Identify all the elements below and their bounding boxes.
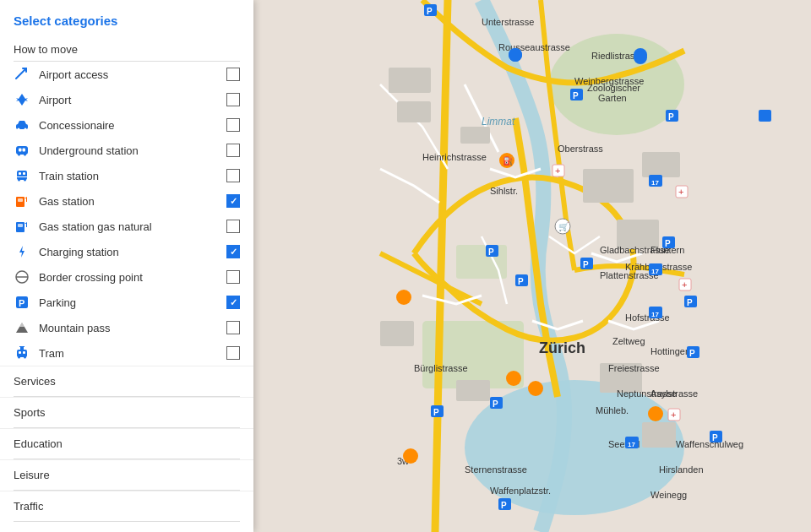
svg-text:P: P — [19, 298, 24, 308]
label-concessionaire: Concessionaire — [39, 119, 226, 132]
svg-point-113 — [18, 179, 20, 182]
label-train-station: Train station — [39, 170, 226, 182]
svg-point-102 — [509, 48, 522, 62]
checkbox-gas-station-natural[interactable] — [226, 220, 240, 233]
label-underground-station: Underground station — [39, 144, 226, 157]
category-item-charging-station[interactable]: Charging station — [0, 239, 253, 264]
svg-rect-12 — [642, 152, 680, 177]
icon-parking: P — [14, 294, 30, 311]
label-airport-access: Airport access — [39, 68, 226, 81]
svg-rect-110 — [19, 149, 22, 152]
svg-text:P: P — [518, 277, 524, 286]
label-airport: Airport — [39, 94, 226, 106]
collapsible-sections: ServicesSportsEducationLeisureTraffic — [0, 366, 253, 522]
label-border-crossing: Border crossing point — [39, 271, 226, 284]
svg-text:⛽: ⛽ — [503, 155, 514, 166]
category-item-train-station[interactable]: Train station — [0, 163, 253, 188]
category-item-tram[interactable]: Tram — [0, 340, 253, 366]
svg-text:Weinegg: Weinegg — [650, 490, 687, 500]
svg-text:Hottingen: Hottingen — [650, 346, 690, 356]
section-sports[interactable]: Sports — [0, 397, 253, 427]
svg-text:Zürich: Zürich — [539, 339, 585, 356]
svg-rect-7 — [389, 68, 431, 93]
checkbox-gas-station[interactable] — [226, 194, 240, 208]
checkbox-mountain-pass[interactable] — [226, 321, 240, 334]
svg-text:Waffenplatzstr.: Waffenplatzstr. — [490, 486, 551, 496]
svg-text:P: P — [501, 501, 507, 510]
section-services[interactable]: Services — [0, 366, 253, 396]
svg-rect-9 — [460, 127, 490, 144]
svg-text:Heinrichstrasse: Heinrichstrasse — [422, 152, 487, 162]
svg-text:P: P — [573, 91, 579, 100]
icon-gas — [14, 193, 30, 209]
category-item-parking[interactable]: PParking — [0, 290, 253, 315]
svg-text:Oberstrass: Oberstrass — [558, 144, 603, 154]
svg-text:Bürglistrasse: Bürglistrasse — [414, 363, 468, 373]
svg-rect-119 — [18, 198, 23, 202]
svg-point-105 — [18, 128, 20, 131]
svg-text:17: 17 — [651, 268, 659, 275]
icon-charging — [14, 243, 30, 260]
category-item-underground-station[interactable]: Underground station — [0, 138, 253, 163]
checkbox-parking[interactable] — [226, 296, 240, 309]
checkbox-border-crossing[interactable] — [226, 270, 240, 284]
svg-text:17: 17 — [628, 441, 635, 448]
svg-text:Zeltweg: Zeltweg — [612, 336, 645, 346]
category-item-mountain-pass[interactable]: Mountain pass — [0, 315, 253, 340]
svg-point-84 — [396, 290, 411, 305]
svg-rect-15 — [642, 422, 676, 448]
section-leisure[interactable]: Leisure — [0, 459, 253, 490]
checkbox-train-station[interactable] — [226, 169, 240, 182]
category-item-gas-station-natural[interactable]: Gas station gas natural — [0, 214, 253, 239]
svg-rect-117 — [17, 176, 27, 177]
icon-car — [14, 117, 30, 133]
category-item-concessionaire[interactable]: Concessionaire — [0, 112, 253, 138]
svg-point-127 — [18, 356, 20, 359]
section-traffic[interactable]: Traffic — [0, 491, 253, 521]
svg-rect-129 — [19, 351, 21, 354]
section-education[interactable]: Education — [0, 428, 253, 459]
svg-text:Unterstrasse: Unterstrasse — [482, 17, 534, 27]
icon-underground — [14, 142, 30, 159]
svg-rect-132 — [19, 346, 24, 347]
svg-text:Garten: Garten — [598, 93, 627, 103]
checkbox-underground-station[interactable] — [226, 144, 240, 157]
svg-rect-116 — [23, 172, 25, 175]
svg-text:🛒: 🛒 — [558, 221, 569, 232]
icon-gas-natural — [14, 218, 30, 235]
svg-text:Limmat: Limmat — [482, 116, 515, 128]
checkbox-charging-station[interactable] — [226, 245, 240, 258]
svg-text:17: 17 — [651, 311, 659, 318]
category-item-gas-station[interactable]: Gas station — [0, 188, 253, 214]
svg-rect-131 — [20, 347, 24, 350]
svg-text:P: P — [689, 349, 695, 358]
svg-text:P: P — [583, 260, 589, 269]
svg-rect-130 — [23, 351, 25, 354]
checkbox-tram[interactable] — [226, 346, 240, 360]
section-how-to-move: How to move — [0, 35, 253, 61]
svg-rect-13 — [380, 321, 414, 346]
label-gas-station-natural: Gas station gas natural — [39, 220, 226, 233]
svg-rect-112 — [17, 171, 27, 180]
svg-text:Mühleb.: Mühleb. — [596, 405, 629, 415]
checkbox-airport[interactable] — [226, 93, 240, 106]
icon-train — [14, 167, 30, 184]
checkbox-airport-access[interactable] — [226, 68, 240, 81]
svg-text:P: P — [493, 399, 498, 409]
divider-traffic — [14, 521, 240, 522]
svg-point-83 — [528, 381, 543, 396]
svg-point-128 — [24, 356, 26, 359]
svg-text:P: P — [433, 408, 439, 417]
label-gas-station: Gas station — [39, 195, 226, 208]
svg-text:Rousseaustrasse: Rousseaustrasse — [498, 42, 570, 52]
icon-tram — [14, 345, 30, 361]
svg-point-82 — [506, 371, 521, 386]
category-item-airport[interactable]: Airport — [0, 87, 253, 112]
svg-point-85 — [648, 406, 663, 421]
category-item-airport-access[interactable]: Airport access — [0, 62, 253, 87]
svg-text:P: P — [427, 7, 433, 16]
svg-text:Freiestrasse: Freiestrasse — [608, 363, 660, 373]
category-item-border-crossing[interactable]: Border crossing point — [0, 264, 253, 290]
checkbox-concessionaire[interactable] — [226, 118, 240, 132]
icon-mountain — [14, 319, 30, 336]
